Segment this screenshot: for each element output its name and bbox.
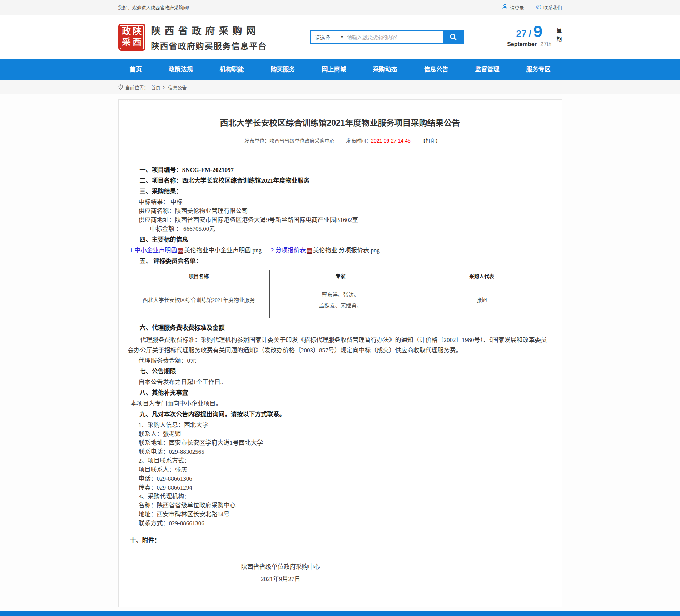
expert-names: 曹东洋、张涛、 bbox=[270, 290, 411, 298]
article-meta: 发布单位：陕西省省级单位政府采购中心 发布时间：2021-09-27 14:45… bbox=[128, 137, 552, 144]
nav-item-7[interactable]: 监督管理 bbox=[475, 59, 500, 80]
article-body: 一、项目编号：SNCG-FM-2021097二、项目名称：西北大学长安校区综合训… bbox=[128, 166, 552, 585]
main-area: 西北大学长安校区综合训练馆2021年度物业服务项目采购结果公告 发布单位：陕西省… bbox=[0, 94, 680, 611]
article-card: 西北大学长安校区综合训练馆2021年度物业服务项目采购结果公告 发布单位：陕西省… bbox=[118, 99, 562, 607]
body-line: 四、主要标的信息 bbox=[128, 236, 552, 244]
date-slash: / bbox=[528, 28, 531, 39]
nav-item-1[interactable]: 政策法规 bbox=[169, 59, 193, 80]
body-line: 自本公告发布之日起1个工作日。 bbox=[128, 378, 552, 386]
png-file-icon: PNG bbox=[307, 248, 312, 254]
weekday-char: 期 bbox=[556, 35, 562, 43]
date-day: 27 bbox=[516, 28, 526, 39]
main-nav: 首页政策法规机构职能购买服务网上商城采购动态信息公告监督管理服务专区 bbox=[118, 59, 562, 80]
attachment-filename: 美伦物业 分项报价表.png bbox=[313, 247, 380, 254]
main-nav-bar: 首页政策法规机构职能购买服务网上商城采购动态信息公告监督管理服务专区 bbox=[0, 59, 680, 80]
welcome-text: 您好，欢迎进入陕西省政府采购网! bbox=[118, 4, 189, 11]
source-value: 陕西省省级单位政府采购中心 bbox=[269, 138, 334, 144]
sign-off-org: 陕西省省级单位政府采购中心 bbox=[128, 561, 433, 573]
body-line: 2、项目联系方式： bbox=[128, 457, 552, 465]
body-line: 六、代理服务费收费标准及金额 bbox=[128, 324, 552, 332]
site-header: 政 陕 采 西 陕西省政府采购网 陕西省政府购买服务信息平台 请选择 ▼ bbox=[0, 15, 680, 59]
chevron-down-icon: ▼ bbox=[340, 35, 343, 39]
site-name: 陕西省政府采购网 bbox=[151, 23, 267, 37]
table-header-cell: 采购人代表 bbox=[411, 270, 552, 281]
date-month-number: 9 bbox=[533, 23, 543, 40]
body-line: 联系电话：029-88302565 bbox=[128, 448, 552, 456]
article-title: 西北大学长安校区综合训练馆2021年度物业服务项目采购结果公告 bbox=[128, 116, 552, 128]
table-row: 西北大学长安校区综合训练馆2021年度物业服务曹东洋、张涛、孟照发、宋继勇、张旭 bbox=[128, 281, 552, 318]
logo-char: 西 bbox=[132, 37, 143, 48]
date-widget: 27 / 9 September 27th 星 期 一 bbox=[507, 23, 562, 51]
body-line: 名称：陕西省省级单位政府采购中心 bbox=[128, 502, 552, 510]
body-line: 1、采购人信息：西北大学 bbox=[128, 421, 552, 429]
login-label: 请登录 bbox=[510, 4, 524, 11]
brand[interactable]: 政 陕 采 西 陕西省政府采购网 陕西省政府购买服务信息平台 bbox=[118, 23, 267, 51]
body-line: 八、其他补充事宜 bbox=[128, 389, 552, 397]
experts-cell: 曹东洋、张涛、孟照发、宋继勇、 bbox=[269, 281, 411, 318]
breadcrumb-bar: 当前位置： 首页 > 信息公告 bbox=[0, 80, 680, 94]
logo-char: 陕 bbox=[132, 26, 143, 37]
committee-table: 项目名称专家采购人代表西北大学长安校区综合训练馆2021年度物业服务曹东洋、张涛… bbox=[128, 270, 552, 318]
logo-char: 采 bbox=[121, 37, 132, 48]
source-label: 发布单位： bbox=[244, 138, 269, 144]
body-line: 七、公告期限 bbox=[128, 368, 552, 376]
table-header-row: 项目名称专家采购人代表 bbox=[128, 270, 552, 281]
buyer-rep-cell: 张旭 bbox=[411, 281, 552, 318]
breadcrumb-label: 当前位置： bbox=[125, 84, 149, 91]
breadcrumb-home-link[interactable]: 首页 bbox=[151, 84, 160, 91]
nav-item-2[interactable]: 机构职能 bbox=[220, 59, 244, 80]
date-weekday: 星 期 一 bbox=[556, 23, 562, 51]
top-utility-bar: 您好，欢迎进入陕西省政府采购网! 请登录 ✆ 联系我们 bbox=[0, 0, 680, 15]
attachments-line: 1.中小企业声明函PNG美伦物业中小企业声明函.png2.分项报价表PNG美伦物… bbox=[128, 247, 552, 254]
body-line: 3、采购代理机构： bbox=[128, 493, 552, 501]
body-line: 中标金额 ： 666705.00元 bbox=[128, 225, 552, 233]
nav-item-3[interactable]: 购买服务 bbox=[271, 59, 295, 80]
login-link[interactable]: 请登录 bbox=[502, 4, 524, 11]
body-line: 项目联系人：张庆 bbox=[128, 466, 552, 474]
location-pin-icon bbox=[118, 84, 123, 90]
body-line: 九、凡对本次公告内容提出询问，请按以下方式联系。 bbox=[128, 411, 552, 418]
search-input[interactable] bbox=[347, 31, 443, 43]
body-line: 联系方式：029-88661306 bbox=[128, 520, 552, 527]
contact-label: 联系我们 bbox=[543, 4, 562, 11]
nav-item-6[interactable]: 信息公告 bbox=[424, 59, 448, 80]
print-button[interactable]: 【打印】 bbox=[421, 138, 441, 144]
breadcrumb-separator: > bbox=[163, 85, 166, 90]
site-subtitle: 陕西省政府购买服务信息平台 bbox=[151, 39, 267, 51]
date-month-name: September bbox=[507, 41, 537, 47]
nav-item-0[interactable]: 首页 bbox=[130, 59, 142, 80]
body-line: 代理服务费收费标准：采购代理机构参照国家计委关于印发《招标代理服务收费管理暂行办… bbox=[128, 335, 552, 356]
body-line: 三、采购结果： bbox=[128, 188, 552, 195]
body-line: 十、附件： bbox=[128, 537, 552, 545]
sign-off-date: 2021年9月27日 bbox=[128, 573, 433, 585]
nav-item-4[interactable]: 网上商城 bbox=[322, 59, 346, 80]
search-icon bbox=[449, 33, 457, 42]
attachment-link[interactable]: 1.中小企业声明函 bbox=[130, 247, 177, 254]
weekday-char: 一 bbox=[556, 44, 562, 51]
body-line: 二、项目名称：西北大学长安校区综合训练馆2021年度物业服务 bbox=[128, 177, 552, 185]
table-header-cell: 项目名称 bbox=[128, 270, 269, 281]
breadcrumb: 当前位置： 首页 > 信息公告 bbox=[118, 80, 562, 94]
body-line: 一、项目编号：SNCG-FM-2021097 bbox=[128, 166, 552, 174]
body-line: 供应商名称：陕西美伦物业管理有限公司 bbox=[128, 207, 552, 215]
site-footer: ★ 党政机关 陕西省财政厅政府采购管理处主办 ｜ 陕西省财政厅信息化建设管理处承… bbox=[0, 611, 680, 616]
search-box: 请选择 ▼ bbox=[310, 30, 464, 44]
png-file-icon: PNG bbox=[178, 248, 183, 254]
body-line: 电话：029-88661306 bbox=[128, 475, 552, 483]
body-line: 代理服务费金额：0元 bbox=[128, 357, 552, 365]
attachment-link[interactable]: 2.分项报价表 bbox=[271, 247, 306, 254]
table-header-cell: 专家 bbox=[269, 270, 411, 281]
expert-names: 孟照发、宋继勇、 bbox=[270, 301, 411, 309]
nav-item-5[interactable]: 采购动态 bbox=[373, 59, 397, 80]
body-line: 本项目为专门面向中小企业项目。 bbox=[128, 400, 552, 408]
project-name-cell: 西北大学长安校区综合训练馆2021年度物业服务 bbox=[128, 281, 269, 318]
weekday-char: 星 bbox=[556, 26, 562, 34]
time-label: 发布时间： bbox=[346, 138, 371, 144]
contact-link[interactable]: ✆ 联系我们 bbox=[536, 4, 562, 11]
search-category-select[interactable]: 请选择 ▼ bbox=[311, 31, 347, 43]
user-icon bbox=[502, 4, 508, 11]
publish-time: 2021-09-27 14:45 bbox=[371, 138, 411, 144]
body-line: 联系地址：西安市长安区学府大道1号西北大学 bbox=[128, 439, 552, 447]
search-button[interactable] bbox=[443, 31, 463, 43]
nav-item-8[interactable]: 服务专区 bbox=[526, 59, 551, 80]
